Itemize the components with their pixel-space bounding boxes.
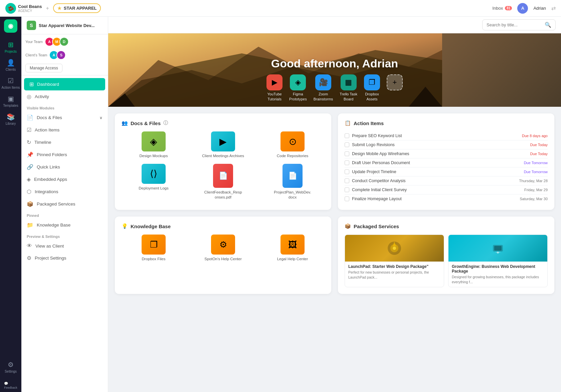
nav-templates[interactable]: ▣ Templates	[0, 92, 21, 110]
clients-team-avatars: A S	[49, 50, 66, 60]
client-brand[interactable]: ★ STAR APPAREL	[53, 3, 101, 13]
action-items-label: Action Items	[354, 120, 384, 126]
nav-feedback[interactable]: 💬 Feedback	[4, 376, 17, 392]
action-due: Due Today	[530, 143, 548, 147]
youtube-icon: ▶	[266, 74, 283, 90]
nav-action-items-label: Action Items	[1, 86, 20, 89]
star-icon: ★	[57, 5, 62, 11]
hero-app-youtube[interactable]: ▶ YouTubeTutorials	[266, 74, 283, 101]
action-items-icon: 📋	[345, 120, 351, 126]
svg-point-8	[393, 247, 396, 250]
docs-files-card: 👥 Docs & Files ⓘ ◈ Design Mockups ▶ Clie…	[115, 113, 331, 210]
inbox-section[interactable]: Inbox 81	[492, 6, 512, 11]
dashboard-label: Dashboard	[37, 82, 59, 87]
deploy-logs-folder-icon: ⟨⟩	[142, 164, 166, 184]
launchpad-graphic	[386, 240, 403, 257]
project-icon: S	[27, 21, 36, 30]
templates-icon: ▣	[8, 95, 14, 103]
sidebar-item-activity[interactable]: ◎ Activity	[21, 90, 108, 103]
service-growthengine[interactable]: GrowthEngine: Business Web Development P…	[448, 235, 548, 287]
action-item-row: Finalize Homepage Layout Saturday, Mar 3…	[345, 194, 548, 203]
growthengine-thumb	[448, 235, 547, 262]
action-checkbox[interactable]	[345, 160, 349, 165]
file-client-feedback[interactable]: 📄 ClientFeedback_Responses.pdf	[191, 164, 255, 200]
svg-rect-10	[494, 246, 502, 251]
action-checkbox[interactable]	[345, 142, 349, 147]
kb-title: 💡 Knowledge Base	[122, 223, 325, 229]
action-checkbox[interactable]	[345, 197, 349, 201]
nav-clients[interactable]: 👤 Clients	[0, 56, 21, 74]
sidebar-item-pinned-folders[interactable]: 📌 Pinned Folders	[21, 148, 108, 161]
kb-dropbox-files[interactable]: ❐ Dropbox Files	[122, 235, 186, 262]
nav-settings[interactable]: ⚙ Settings	[0, 358, 21, 376]
hero-apps: ▶ YouTubeTutorials ◈ FigmaPrototypes 🎥 Z…	[108, 74, 561, 101]
code-repos-folder-icon: ⊙	[280, 131, 305, 151]
hero-app-add[interactable]: +	[387, 74, 403, 101]
nav-clients-label: Clients	[6, 68, 16, 71]
services-title: 📦 Packaged Services	[345, 223, 548, 229]
exchange-icon[interactable]: ⇄	[551, 5, 556, 11]
hero-banner: Good afternoon, Adrian ▶ YouTubeTutorial…	[108, 33, 561, 107]
action-checkbox[interactable]	[345, 169, 349, 174]
sidebar-item-quick-links[interactable]: 🔗 Quick Links	[21, 161, 108, 173]
quick-links-icon: 🔗	[27, 164, 33, 170]
sidebar-item-integrations[interactable]: ⬡ Integrations	[21, 185, 108, 198]
kb-legal-help[interactable]: 🖼 Legal Help Center	[260, 235, 325, 262]
action-due: Thursday, Mar 28	[519, 179, 548, 183]
sidebar-item-timeline[interactable]: ↻ Timeline	[21, 136, 108, 148]
dropbox-files-label: Dropbox Files	[142, 257, 166, 262]
packaged-services-label: Packaged Services	[37, 202, 75, 207]
sidebar-item-view-as-client[interactable]: 👁 View as Client	[21, 240, 108, 252]
embedded-apps-label: Embedded Apps	[34, 177, 67, 182]
sidebar-item-docs[interactable]: 📄 Docs & Files ∨	[21, 111, 108, 124]
figma-label: FigmaPrototypes	[289, 92, 307, 101]
sidebar-item-packaged-services[interactable]: 📦 Packaged Services	[21, 198, 108, 210]
action-checkbox[interactable]	[345, 187, 349, 192]
trello-label: Trello TaskBoard	[340, 92, 357, 101]
file-project-plan[interactable]: 📄 ProjectPlan_WebDev.docx	[260, 164, 325, 200]
folder-client-meetings[interactable]: ▶ Client Meetings Archives	[191, 131, 255, 158]
project-settings-icon: ⚙	[27, 255, 31, 261]
action-items-nav-label: Action Items	[35, 127, 59, 132]
content-area: 🔍	[108, 17, 561, 392]
integrations-icon: ⬡	[27, 188, 31, 195]
hero-app-zoom[interactable]: 🎥 ZoomBrainstorms	[314, 74, 333, 101]
sidebar-item-knowledge-base[interactable]: 📁 Knowledge Base	[21, 219, 108, 231]
sidebar-item-embedded-apps[interactable]: ◈ Embedded Apps	[21, 173, 108, 185]
nav-library-label: Library	[6, 122, 16, 125]
design-mockups-label: Design Mockups	[139, 153, 168, 158]
packaged-services-card: 📦 Packaged Services	[338, 217, 554, 294]
sidebar-item-project-settings[interactable]: ⚙ Project Settings	[21, 252, 108, 264]
hero-app-dropbox[interactable]: ❐ DropboxAssets	[364, 74, 380, 101]
action-checkbox[interactable]	[345, 151, 349, 156]
search-input[interactable]	[487, 22, 542, 27]
avatar-3: D	[59, 37, 69, 46]
spoton-help-label: SpotOn's Help Center	[204, 257, 242, 262]
sidebar-item-action-items[interactable]: ☑ Action Items	[21, 124, 108, 136]
growthengine-info: GrowthEngine: Business Web Development P…	[448, 262, 547, 287]
action-items-title: 📋 Action Items	[345, 120, 548, 126]
folder-deployment-logs[interactable]: ⟨⟩ Deployment Logs	[122, 164, 186, 200]
action-checkbox[interactable]	[345, 133, 349, 138]
folder-design-mockups[interactable]: ◈ Design Mockups	[122, 131, 186, 158]
nav-library[interactable]: 📚 Library	[0, 110, 21, 128]
app-logo[interactable]: ◉	[4, 19, 17, 33]
action-due: Due 8 days ago	[522, 134, 548, 138]
services-label: Packaged Services	[354, 224, 399, 229]
nav-projects[interactable]: ⊞ Projects	[0, 38, 21, 56]
client-meetings-folder-icon: ▶	[211, 131, 235, 151]
action-text: Design Mobile App Wireframes	[352, 151, 528, 156]
sidebar-item-dashboard[interactable]: ⊞ Dashboard	[24, 78, 105, 90]
docs-files-title: 👥 Docs & Files ⓘ	[122, 120, 325, 126]
docs-label: Docs & Files	[37, 115, 62, 120]
kb-spoton-help[interactable]: ⚙ SpotOn's Help Center	[191, 235, 255, 262]
manage-access-button[interactable]: Manage Access	[25, 64, 62, 72]
hero-app-trello[interactable]: ▦ Trello TaskBoard	[340, 74, 357, 101]
dashboard-icon: ⊞	[29, 81, 34, 87]
hero-app-figma[interactable]: ◈ FigmaPrototypes	[289, 74, 307, 101]
user-avatar[interactable]: A	[517, 3, 528, 14]
action-checkbox[interactable]	[345, 178, 349, 183]
service-launchpad[interactable]: LaunchPad: Starter Web Design Package" P…	[345, 235, 444, 287]
folder-code-repos[interactable]: ⊙ Code Repositories	[260, 131, 325, 158]
nav-action-items[interactable]: ☑ Action Items	[0, 74, 21, 92]
